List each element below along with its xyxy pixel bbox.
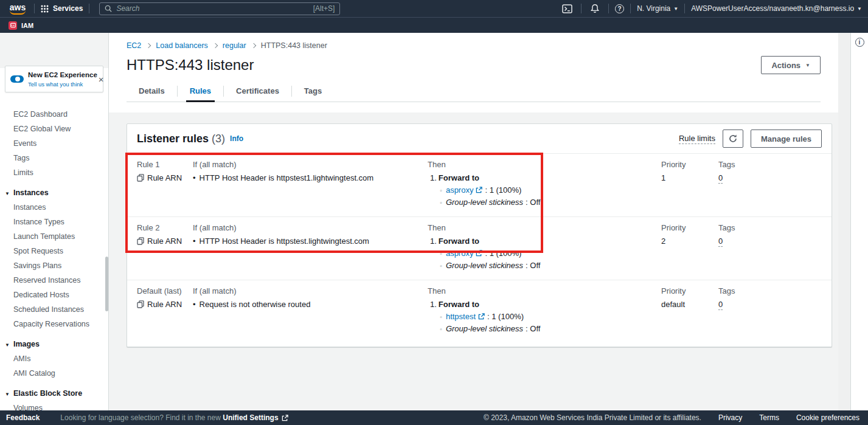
actions-button[interactable]: Actions ▼ (761, 56, 821, 74)
help-button[interactable]: ? (615, 4, 624, 13)
close-icon[interactable]: × (97, 74, 105, 85)
cloudshell-button[interactable] (560, 4, 575, 13)
tags-count-link[interactable]: 0 (718, 237, 723, 247)
new-ec2-experience-toggle[interactable] (10, 75, 24, 83)
priority-column-header: Priority (661, 286, 718, 295)
search-placeholder: Search (116, 4, 308, 13)
feedback-link[interactable]: Tell us what you think (28, 81, 83, 88)
services-menu-button[interactable]: Services (41, 4, 83, 13)
sidebar-item-reserved-instances[interactable]: Reserved Instances (0, 273, 108, 288)
then-column-header: Then (428, 160, 661, 169)
info-icon[interactable]: i (855, 38, 864, 47)
tab-tags[interactable]: Tags (292, 81, 334, 102)
privacy-link[interactable]: Privacy (718, 413, 742, 422)
tags-count-link[interactable]: 0 (718, 173, 723, 184)
breadcrumb-regular[interactable]: regular (223, 41, 246, 50)
rule-condition: •HTTP Host Header is httpstest1.lightwin… (193, 173, 428, 182)
sidebar-item-scheduled-instances[interactable]: Scheduled Instances (0, 302, 108, 317)
target-group-line: ◦ httpstest : 1 (100%) (428, 312, 661, 321)
rule-limits-link[interactable]: Rule limits (679, 134, 715, 144)
sidebar-item-capacity-reservations[interactable]: Capacity Reservations (0, 317, 108, 331)
search-shortcut-hint: [Alt+S] (313, 4, 335, 13)
info-link[interactable]: Info (230, 134, 243, 143)
breadcrumb-ec2[interactable]: EC2 (127, 41, 141, 50)
region-selector[interactable]: N. Virginia ▼ (637, 4, 678, 13)
unified-settings-link[interactable]: Unified Settings (223, 413, 278, 422)
triangle-down-icon: ▼ (5, 191, 10, 196)
target-group-link[interactable]: asproxy (446, 185, 474, 195)
bullet: ◦ (440, 187, 442, 194)
main-scrollbar-track[interactable] (838, 33, 850, 410)
forward-to-action: 1.Forward to (428, 237, 661, 246)
favorites-bar: IAM (0, 17, 868, 33)
rule-arn-copy[interactable]: Rule ARN (137, 173, 193, 182)
sidebar-section-images[interactable]: ▼Images (0, 336, 108, 351)
stickiness-line: ◦ Group-level stickiness: Off (428, 261, 661, 270)
cookie-preferences-link[interactable]: Cookie preferences (796, 413, 859, 422)
toggle-knob (15, 77, 20, 81)
breadcrumb: EC2 Load balancers regular HTTPS:443 lis… (127, 41, 821, 50)
forward-to-action: 1.Forward to (428, 173, 661, 182)
external-link-icon (476, 250, 482, 257)
sidebar-scrollbar-thumb[interactable] (105, 257, 108, 311)
sidebar-section-instances[interactable]: ▼Instances (0, 185, 108, 200)
priority-column-header: Priority (661, 223, 718, 232)
if-column-header: If (all match) (193, 286, 428, 295)
sidebar-section-ebs[interactable]: ▼Elastic Block Store (0, 385, 108, 401)
priority-value: 2 (661, 237, 718, 246)
account-menu[interactable]: AWSPowerUserAccess/navaneeth.kn@harness.… (691, 4, 862, 13)
target-group-link[interactable]: httpstest (446, 312, 476, 321)
sidebar-item-events[interactable]: Events (0, 136, 108, 151)
rule-arn-copy[interactable]: Rule ARN (137, 300, 193, 309)
priority-value: 1 (661, 173, 718, 182)
feedback-button[interactable]: Feedback (6, 413, 40, 422)
sidebar-item-ami-catalog[interactable]: AMI Catalog (0, 366, 108, 381)
sidebar-item-amis[interactable]: AMIs (0, 351, 108, 366)
rule-arn-copy[interactable]: Rule ARN (137, 237, 193, 246)
sidebar-item-savings-plans[interactable]: Savings Plans (0, 258, 108, 273)
terms-link[interactable]: Terms (759, 413, 779, 422)
tags-column-header: Tags (718, 223, 832, 232)
iam-shortcut[interactable]: IAM (21, 22, 33, 29)
sidebar-item-volumes[interactable]: Volumes (0, 401, 108, 410)
divider (630, 4, 631, 13)
tags-column-header: Tags (718, 160, 832, 169)
tab-rules[interactable]: Rules (178, 81, 223, 102)
bullet: • (193, 300, 196, 309)
rule-condition: •Request is not otherwise routed (193, 300, 428, 309)
cloudshell-terminal-icon (562, 4, 572, 13)
divider (34, 4, 35, 13)
sidebar-item-launch-templates[interactable]: Launch Templates (0, 229, 108, 244)
tab-details[interactable]: Details (127, 81, 177, 102)
tags-count-link[interactable]: 0 (718, 300, 723, 310)
sidebar-item-limits[interactable]: Limits (0, 165, 108, 180)
sidebar-top-band (0, 33, 108, 68)
rule-row-1: Rule 1 Rule ARN If (all match) •HTTP Hos… (127, 153, 832, 216)
triangle-down-icon: ▼ (5, 392, 10, 397)
sidebar-item-instances[interactable]: Instances (0, 200, 108, 215)
panel-title: Listener rules (137, 133, 209, 145)
sidebar-item-tags[interactable]: Tags (0, 151, 108, 165)
sidebar-item-spot-requests[interactable]: Spot Requests (0, 244, 108, 258)
bullet: ◦ (440, 313, 442, 320)
sidebar-item-ec2-global-view[interactable]: EC2 Global View (0, 122, 108, 136)
manage-rules-button[interactable]: Manage rules (751, 130, 822, 148)
bullet: ◦ (440, 199, 442, 206)
aws-logo[interactable]: aws (7, 2, 28, 15)
if-column-header: If (all match) (193, 223, 428, 232)
breadcrumb-load-balancers[interactable]: Load balancers (156, 41, 207, 50)
priority-value: default (661, 300, 718, 309)
refresh-button[interactable] (723, 130, 743, 148)
if-column-header: If (all match) (193, 160, 428, 169)
notifications-button[interactable] (588, 4, 602, 13)
bullet: ◦ (440, 250, 442, 257)
sidebar-item-instance-types[interactable]: Instance Types (0, 215, 108, 229)
rule-row-default: Default (last) Rule ARN If (all match) •… (127, 280, 832, 347)
footer: Feedback Looking for language selection?… (0, 410, 868, 425)
new-ec2-experience-card: New EC2 Experience Tell us what you thin… (5, 66, 103, 92)
sidebar-item-ec2-dashboard[interactable]: EC2 Dashboard (0, 107, 108, 122)
tab-certificates[interactable]: Certificates (224, 81, 291, 102)
target-group-link[interactable]: asproxy (446, 249, 474, 258)
global-search-input[interactable]: Search [Alt+S] (99, 2, 340, 15)
sidebar-item-dedicated-hosts[interactable]: Dedicated Hosts (0, 288, 108, 302)
